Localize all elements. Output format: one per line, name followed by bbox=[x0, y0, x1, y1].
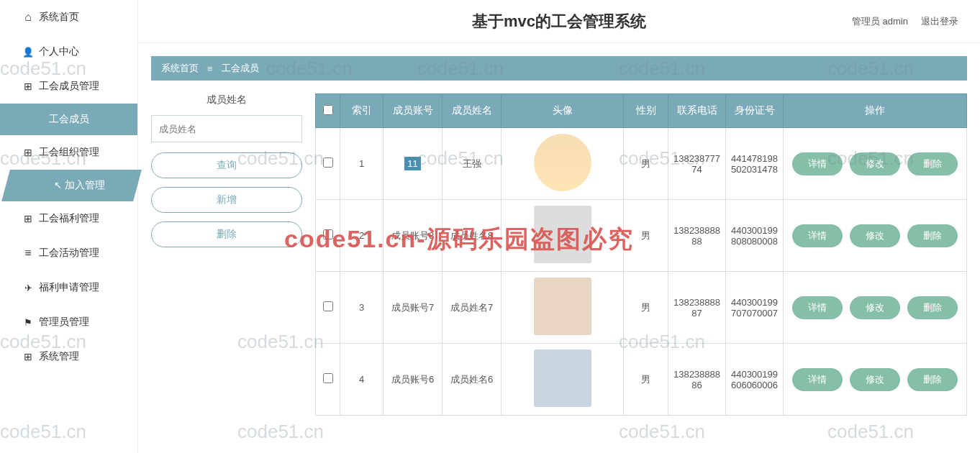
sidebar-label: 福利申请管理 bbox=[39, 281, 99, 294]
admin-label[interactable]: 管理员 admin bbox=[852, 15, 908, 28]
col-name: 成员姓名 bbox=[443, 94, 502, 128]
header-right: 管理员 admin 退出登录 bbox=[852, 0, 958, 43]
grid-icon bbox=[22, 147, 35, 158]
detail-button[interactable]: 详情 bbox=[792, 296, 843, 319]
sidebar-label: 管理员管理 bbox=[39, 316, 89, 329]
sidebar-item-activity-mgmt[interactable]: 工会活动管理 bbox=[0, 236, 137, 270]
cursor-icon bbox=[54, 179, 62, 191]
search-panel: 成员姓名 查询 新增 删除 bbox=[151, 93, 302, 416]
row-delete-button[interactable]: 删除 bbox=[907, 152, 958, 175]
avatar bbox=[534, 349, 591, 407]
search-label: 成员姓名 bbox=[151, 93, 302, 106]
sidebar-item-org-mgmt[interactable]: 工会组织管理 bbox=[0, 135, 137, 170]
detail-button[interactable]: 详情 bbox=[792, 224, 843, 247]
sidebar-subitem-members[interactable]: 工会成员 bbox=[0, 104, 137, 135]
cell-idcard: 440300199808080008 bbox=[726, 200, 784, 272]
sidebar-subitem-join-mgmt[interactable]: 加入管理 bbox=[0, 170, 137, 201]
cell-idcard: 441478198502031478 bbox=[726, 128, 784, 200]
search-input[interactable] bbox=[151, 115, 302, 142]
sidebar-item-admin-mgmt[interactable]: 管理员管理 bbox=[0, 305, 137, 339]
page-title: 基于mvc的工会管理系统 bbox=[472, 11, 646, 32]
list-icon bbox=[22, 247, 35, 260]
table-row: 3 成员账号7 成员姓名7 男 13823888887 440300199707… bbox=[316, 272, 967, 344]
sidebar-item-welfare-mgmt[interactable]: 工会福利管理 bbox=[0, 201, 137, 236]
cell-actions: 详情 修改 删除 bbox=[784, 344, 967, 416]
cell-actions: 详情 修改 删除 bbox=[784, 200, 967, 272]
row-delete-button[interactable]: 删除 bbox=[907, 368, 958, 391]
detail-button[interactable]: 详情 bbox=[792, 152, 843, 175]
avatar bbox=[534, 134, 591, 191]
sidebar-item-profile[interactable]: 个人中心 bbox=[0, 35, 137, 69]
cell-phone: 13823877774 bbox=[668, 128, 726, 200]
sidebar-item-welfare-apply[interactable]: 福利申请管理 bbox=[0, 270, 137, 305]
sidebar: 系统首页 个人中心 工会成员管理 工会成员 工会组织管理 加入管理 工会福利管理… bbox=[0, 0, 138, 453]
cell-account: 成员账号8 bbox=[384, 200, 443, 272]
cell-gender: 男 bbox=[624, 128, 668, 200]
edit-button[interactable]: 修改 bbox=[850, 224, 900, 247]
cell-gender: 男 bbox=[624, 200, 668, 272]
col-phone: 联系电话 bbox=[668, 94, 726, 128]
cell-index: 3 bbox=[340, 272, 384, 344]
sidebar-label: 工会成员管理 bbox=[39, 80, 99, 93]
sidebar-item-member-mgmt[interactable]: 工会成员管理 bbox=[0, 69, 137, 104]
table-wrap: 索引 成员账号 成员姓名 头像 性别 联系电话 身份证号 操作 1 11 bbox=[315, 93, 967, 416]
cell-account: 成员账号7 bbox=[384, 272, 443, 344]
cell-name: 成员姓名8 bbox=[443, 200, 502, 272]
sidebar-label: 工会组织管理 bbox=[39, 146, 99, 159]
sidebar-item-system-mgmt[interactable]: 系统管理 bbox=[0, 339, 137, 374]
plane-icon bbox=[22, 282, 35, 293]
cell-account: 成员账号6 bbox=[384, 344, 443, 416]
edit-button[interactable]: 修改 bbox=[850, 152, 900, 175]
cell-name: 成员姓名7 bbox=[443, 272, 502, 344]
row-checkbox[interactable] bbox=[323, 373, 333, 383]
edit-button[interactable]: 修改 bbox=[850, 368, 900, 391]
sidebar-label: 个人中心 bbox=[39, 45, 79, 58]
cell-index: 4 bbox=[340, 344, 384, 416]
sidebar-item-home[interactable]: 系统首页 bbox=[0, 0, 137, 35]
table-header-row: 索引 成员账号 成员姓名 头像 性别 联系电话 身份证号 操作 bbox=[316, 94, 967, 128]
home-icon bbox=[22, 11, 35, 24]
cell-index: 1 bbox=[340, 128, 384, 200]
row-checkbox[interactable] bbox=[323, 157, 333, 168]
breadcrumb-separator: ≡ bbox=[207, 63, 213, 74]
sidebar-label: 系统管理 bbox=[39, 350, 79, 363]
col-actions: 操作 bbox=[784, 94, 967, 128]
person-icon bbox=[22, 46, 35, 58]
row-checkbox[interactable] bbox=[323, 301, 333, 311]
breadcrumb-home[interactable]: 系统首页 bbox=[161, 62, 199, 75]
edit-button[interactable]: 修改 bbox=[850, 296, 900, 319]
cell-name: 王强 bbox=[443, 128, 502, 200]
logout-link[interactable]: 退出登录 bbox=[921, 15, 958, 28]
cell-gender: 男 bbox=[624, 272, 668, 344]
header: 基于mvc的工会管理系统 管理员 admin 退出登录 bbox=[138, 0, 980, 43]
col-gender: 性别 bbox=[624, 94, 668, 128]
add-button[interactable]: 新增 bbox=[151, 187, 302, 213]
col-idcard: 身份证号 bbox=[726, 94, 784, 128]
cell-phone: 13823888887 bbox=[668, 272, 726, 344]
table-row: 4 成员账号6 成员姓名6 男 13823888886 440300199606… bbox=[316, 344, 967, 416]
detail-button[interactable]: 详情 bbox=[792, 368, 843, 391]
cell-avatar bbox=[502, 344, 624, 416]
sidebar-label: 系统首页 bbox=[39, 11, 79, 24]
flag-icon bbox=[22, 316, 35, 328]
cell-avatar bbox=[502, 128, 624, 200]
row-delete-button[interactable]: 删除 bbox=[907, 224, 958, 247]
row-delete-button[interactable]: 删除 bbox=[907, 296, 958, 319]
col-index: 索引 bbox=[340, 94, 384, 128]
grid-icon bbox=[22, 81, 35, 92]
checkbox-all[interactable] bbox=[323, 105, 333, 115]
breadcrumb: 系统首页 ≡ 工会成员 bbox=[151, 56, 967, 81]
sidebar-label: 加入管理 bbox=[65, 179, 105, 191]
table-row: 2 成员账号8 成员姓名8 男 13823888888 440300199808… bbox=[316, 200, 967, 272]
table-row: 1 11 王强 男 13823877774 441478198502031478… bbox=[316, 128, 967, 200]
delete-button[interactable]: 删除 bbox=[151, 221, 302, 247]
cell-gender: 男 bbox=[624, 344, 668, 416]
row-checkbox[interactable] bbox=[323, 229, 333, 239]
cell-actions: 详情 修改 删除 bbox=[784, 128, 967, 200]
query-button[interactable]: 查询 bbox=[151, 152, 302, 178]
main-row: 成员姓名 查询 新增 删除 索引 成员账号 成员姓名 头像 性别 联系电话 身份 bbox=[151, 93, 967, 416]
members-table: 索引 成员账号 成员姓名 头像 性别 联系电话 身份证号 操作 1 11 bbox=[315, 93, 967, 416]
sidebar-label: 工会成员 bbox=[49, 113, 89, 124]
cell-name: 成员姓名6 bbox=[443, 344, 502, 416]
cell-account: 11 bbox=[384, 128, 443, 200]
